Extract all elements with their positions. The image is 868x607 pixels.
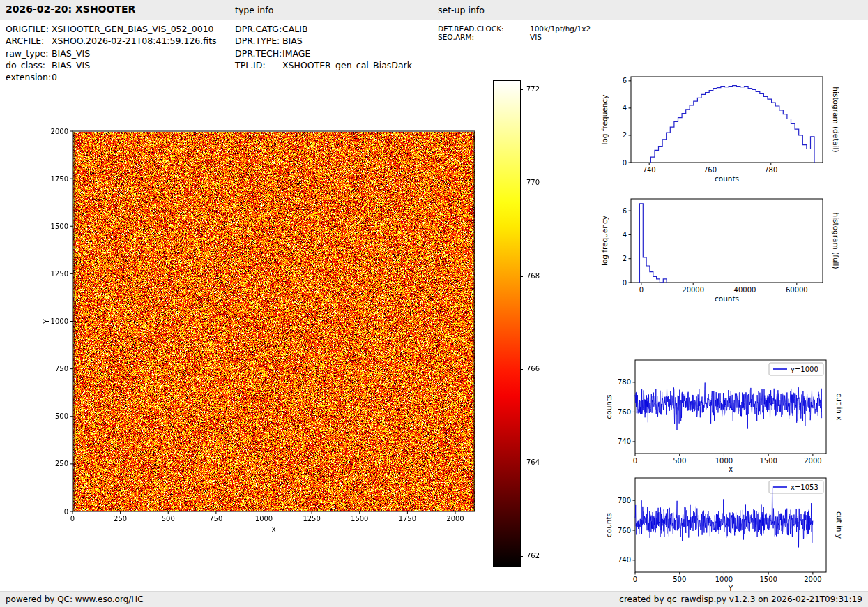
- footer-powered-by: powered by QC: www.eso.org/HC: [6, 594, 144, 604]
- header-bar: 2026-02-20: XSHOOTER type info set-up in…: [0, 0, 868, 20]
- colorbar-tick-label: 766: [526, 365, 540, 373]
- svg-text:780: 780: [618, 497, 631, 504]
- cut-in-y-chart: 0500100015002000740760780Ycountscut in y…: [600, 466, 868, 600]
- svg-text:6: 6: [623, 207, 627, 215]
- svg-text:780: 780: [618, 378, 631, 386]
- svg-text:1250: 1250: [303, 515, 320, 523]
- meta-label: ARCFILE:: [6, 35, 52, 47]
- svg-text:60000: 60000: [786, 286, 808, 294]
- svg-text:2000: 2000: [804, 457, 821, 465]
- colorbar-tick-mark: [520, 556, 523, 557]
- svg-text:740: 740: [618, 556, 631, 564]
- histogram-detail-chart: 7407607800246countslog frequencyhistogra…: [600, 66, 868, 202]
- colorbar-tick-mark: [520, 276, 523, 277]
- setup-info-block: DET.READ.CLOCK:100k/1pt/hg/1x2 SEQ.ARM:V…: [438, 24, 591, 41]
- meta-value: CALIB: [282, 24, 308, 34]
- meta-value: 0: [52, 72, 57, 82]
- setup-info-label: set-up info: [438, 5, 485, 15]
- colorbar-tick-mark: [520, 89, 523, 90]
- svg-text:250: 250: [114, 515, 127, 523]
- svg-text:0: 0: [70, 515, 75, 523]
- meta-label: extension:: [6, 71, 52, 83]
- svg-text:0: 0: [633, 457, 637, 465]
- svg-text:780: 780: [764, 166, 777, 174]
- svg-text:2: 2: [623, 131, 627, 139]
- svg-text:760: 760: [703, 166, 717, 174]
- svg-text:2000: 2000: [804, 576, 821, 583]
- svg-text:500: 500: [162, 515, 175, 523]
- svg-text:histogram (detail): histogram (detail): [832, 87, 840, 152]
- meta-value: BIAS_VIS: [52, 60, 90, 70]
- svg-text:counts: counts: [715, 174, 739, 183]
- svg-text:500: 500: [55, 412, 68, 420]
- svg-text:740: 740: [643, 166, 656, 174]
- type-info-label: type info: [235, 5, 273, 15]
- footer-bar: powered by QC: www.eso.org/HC created by…: [0, 591, 868, 607]
- meta-row-raw-type: raw_type:BIAS_VIS: [6, 47, 217, 59]
- hot-colorbar: [493, 80, 521, 567]
- svg-text:counts: counts: [604, 394, 613, 419]
- svg-text:0: 0: [623, 159, 627, 167]
- colorbar-tick-label: 770: [526, 179, 540, 187]
- meta-value: XSHOOTER_GEN_BIAS_VIS_052_0010: [52, 24, 214, 34]
- svg-text:X: X: [728, 465, 733, 474]
- svg-text:750: 750: [209, 515, 222, 523]
- meta-value: VIS: [530, 33, 542, 41]
- svg-text:counts: counts: [604, 513, 613, 537]
- svg-text:20000: 20000: [682, 286, 704, 294]
- svg-text:4: 4: [623, 104, 627, 112]
- svg-text:0: 0: [639, 286, 644, 294]
- svg-text:1250: 1250: [51, 270, 68, 278]
- svg-text:Y: Y: [42, 319, 50, 324]
- meta-value: IMAGE: [282, 48, 310, 59]
- svg-text:0: 0: [64, 508, 68, 516]
- svg-text:1750: 1750: [51, 175, 68, 183]
- svg-text:log frequency: log frequency: [600, 94, 609, 144]
- colorbar-tick-mark: [520, 463, 523, 463]
- svg-text:x=1053: x=1053: [791, 484, 818, 491]
- qc-rawdisp-page: 2026-02-20: XSHOOTER type info set-up in…: [0, 0, 868, 607]
- meta-row-read-clock: DET.READ.CLOCK:100k/1pt/hg/1x2: [438, 24, 591, 33]
- svg-text:counts: counts: [715, 294, 739, 303]
- meta-label: DPR.TECH:: [235, 47, 282, 59]
- file-info-block: ORIGFILE:XSHOOTER_GEN_BIAS_VIS_052_0010 …: [6, 23, 217, 83]
- meta-label: do_class:: [6, 59, 52, 71]
- svg-text:1500: 1500: [51, 223, 68, 230]
- svg-text:6: 6: [623, 77, 627, 84]
- meta-row-seq-arm: SEQ.ARM:VIS: [438, 33, 591, 41]
- svg-text:2000: 2000: [446, 515, 464, 523]
- svg-text:750: 750: [55, 365, 68, 373]
- meta-value: XSHOOTER_gen_cal_BiasDark: [282, 60, 412, 70]
- svg-text:log frequency: log frequency: [600, 216, 609, 266]
- svg-text:0: 0: [623, 279, 627, 287]
- colorbar-tick-mark: [520, 369, 523, 370]
- svg-text:1500: 1500: [759, 576, 777, 583]
- colorbar-tick-label: 764: [526, 458, 540, 467]
- svg-text:760: 760: [618, 527, 631, 534]
- svg-text:250: 250: [55, 460, 68, 467]
- svg-text:500: 500: [673, 457, 686, 465]
- colorbar-tick-label: 762: [526, 552, 540, 560]
- meta-label: DPR.CATG:: [235, 23, 282, 35]
- meta-value: XSHOO.2026-02-21T08:41:59.126.fits: [52, 36, 217, 46]
- meta-row-origfile: ORIGFILE:XSHOOTER_GEN_BIAS_VIS_052_0010: [6, 23, 217, 35]
- svg-text:1000: 1000: [255, 515, 273, 523]
- meta-value: 100k/1pt/hg/1x2: [530, 24, 591, 33]
- meta-row-dpr-catg: DPR.CATG:CALIB: [235, 23, 412, 35]
- svg-text:2: 2: [623, 255, 627, 262]
- histogram-full-chart: 02000040000600000246countslog frequencyh…: [600, 188, 868, 324]
- meta-row-do-class: do_class:BIAS_VIS: [6, 59, 217, 71]
- meta-value: BIAS_VIS: [52, 48, 90, 59]
- raw-image-canvas: [73, 132, 475, 511]
- svg-text:40000: 40000: [734, 286, 756, 294]
- meta-row-dpr-tech: DPR.TECH:IMAGE: [235, 47, 412, 59]
- meta-label: DPR.TYPE:: [235, 35, 282, 47]
- svg-text:1000: 1000: [51, 317, 68, 325]
- svg-text:y=1000: y=1000: [791, 366, 818, 373]
- svg-text:cut in x: cut in x: [835, 393, 844, 420]
- meta-label: DET.READ.CLOCK:: [438, 24, 530, 33]
- svg-text:1750: 1750: [399, 515, 416, 523]
- colorbar-tick-labels: 772770768766764762: [520, 80, 558, 569]
- meta-row-extension: extension:0: [6, 71, 217, 83]
- meta-label: SEQ.ARM:: [438, 33, 530, 41]
